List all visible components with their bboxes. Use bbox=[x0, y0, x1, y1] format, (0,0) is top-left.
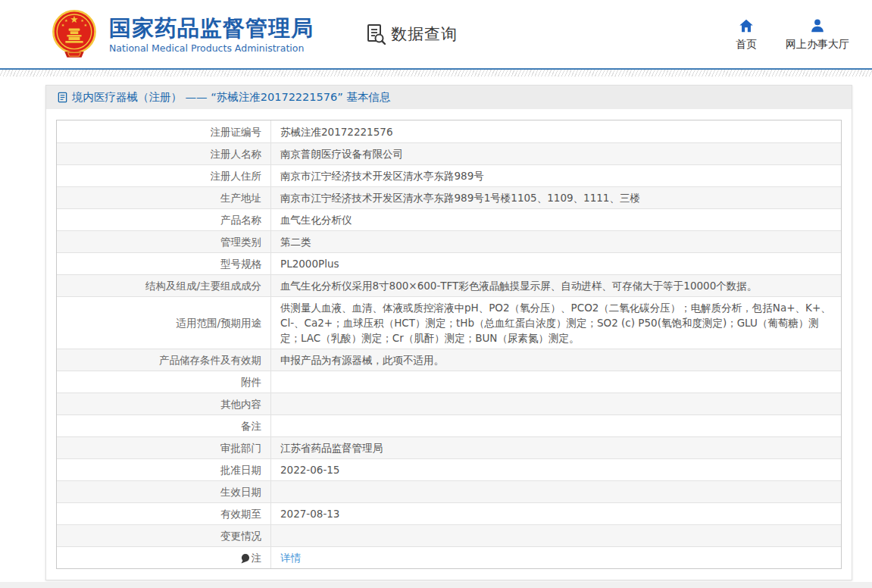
svg-text:★: ★ bbox=[64, 18, 68, 23]
table-row: 备注 bbox=[57, 414, 841, 436]
row-label-cell: 管理类别 bbox=[57, 231, 271, 252]
row-label: 备注 bbox=[241, 418, 261, 433]
data-query-label: 数据查询 bbox=[391, 23, 458, 45]
table-row: 生效日期 bbox=[57, 480, 841, 502]
row-value-cell bbox=[271, 481, 841, 502]
table-row: 注册人住所 南京市江宁经济技术开发区清水亭东路989号 bbox=[57, 164, 841, 186]
footer-strip bbox=[0, 582, 872, 588]
row-value-cell: 供测量人血液、血清、体液或质控溶液中pH、PO2（氧分压）、PCO2（二氧化碳分… bbox=[271, 297, 841, 349]
row-label: 产品名称 bbox=[220, 212, 261, 227]
row-value-cell: 血气生化分析仪采用8寸800×600-TFT彩色液晶触摸显示屏、自动进样、可存储… bbox=[271, 275, 841, 296]
row-value: 2027-08-13 bbox=[280, 506, 339, 521]
row-label-cell: 注册人住所 bbox=[57, 165, 271, 186]
row-label: 注册证编号 bbox=[211, 124, 262, 139]
row-value: 南京市江宁经济技术开发区清水亭东路989号1号楼1105、1109、1111、三… bbox=[280, 190, 640, 205]
row-label: 适用范围/预期用途 bbox=[176, 315, 261, 330]
row-value: 江苏省药品监督管理局 bbox=[280, 440, 383, 455]
row-label: 产品储存条件及有效期 bbox=[159, 352, 261, 368]
row-label-cell: 变更情况 bbox=[57, 525, 271, 546]
site-header: ★ ★ ★ ★ ★ 国家药品监督管理局 National Medical Pro… bbox=[0, 0, 872, 68]
row-label-cell: 生效日期 bbox=[57, 481, 271, 502]
brand-title: 国家药品监督管理局 bbox=[109, 15, 314, 41]
nav-home-label: 首页 bbox=[736, 38, 757, 52]
table-row: 附件 bbox=[57, 371, 841, 393]
row-label: 注册人名称 bbox=[211, 146, 262, 161]
brand-text: 国家药品监督管理局 National Medical Products Admi… bbox=[109, 15, 314, 54]
svg-text:★: ★ bbox=[80, 18, 84, 23]
home-icon bbox=[738, 17, 755, 34]
row-label-cell: 注 bbox=[57, 547, 271, 568]
row-label-cell: 注册证编号 bbox=[57, 120, 271, 142]
row-value-cell bbox=[271, 371, 841, 393]
row-value-cell: 江苏省药品监督管理局 bbox=[271, 437, 841, 458]
row-label: 注册人住所 bbox=[211, 168, 262, 183]
nav-service-hall[interactable]: 网上办事大厅 bbox=[786, 17, 849, 52]
row-label: 批准日期 bbox=[220, 462, 261, 477]
row-value-cell: 血气生化分析仪 bbox=[271, 209, 841, 230]
row-label: 变更情况 bbox=[220, 528, 261, 543]
row-label: 注 bbox=[252, 550, 262, 565]
row-label-cell: 产品储存条件及有效期 bbox=[57, 349, 271, 371]
row-label: 审批部门 bbox=[220, 440, 261, 455]
row-value: 供测量人血液、血清、体液或质控溶液中pH、PO2（氧分压）、PCO2（二氧化碳分… bbox=[280, 300, 832, 346]
row-value-cell: 南京普朗医疗设备有限公司 bbox=[271, 143, 841, 164]
content-panel: 境内医疗器械（注册） —— “苏械注准20172221576” 基本信息 注册证… bbox=[45, 85, 852, 580]
row-label-cell: 其他内容 bbox=[57, 393, 271, 414]
row-label-cell: 产品名称 bbox=[57, 209, 271, 230]
nav-home[interactable]: 首页 bbox=[736, 17, 757, 52]
nav-service-hall-label: 网上办事大厅 bbox=[786, 38, 849, 52]
detail-link[interactable]: 详情 bbox=[280, 550, 301, 565]
row-value-cell: 申报产品为有源器械，此项不适用。 bbox=[271, 349, 841, 371]
row-value: 血气生化分析仪 bbox=[280, 212, 352, 227]
row-label-cell: 审批部门 bbox=[57, 437, 271, 458]
row-value-cell: PL2000Plus bbox=[271, 253, 841, 274]
row-label-cell: 适用范围/预期用途 bbox=[57, 297, 271, 349]
table-row: 产品储存条件及有效期 申报产品为有源器械，此项不适用。 bbox=[57, 349, 841, 371]
info-table: 注册证编号 苏械注准20172221576 注册人名称 南京普朗医疗设备有限公司 bbox=[56, 120, 842, 569]
row-label: 其他内容 bbox=[220, 396, 261, 411]
row-label-cell: 批准日期 bbox=[57, 459, 271, 480]
row-value-cell bbox=[271, 525, 841, 546]
table-row: 变更情况 bbox=[57, 524, 841, 546]
table-row: 注册人名称 南京普朗医疗设备有限公司 bbox=[57, 142, 841, 164]
row-label-cell: 型号规格 bbox=[57, 253, 271, 274]
data-query-link[interactable]: 数据查询 bbox=[365, 23, 458, 45]
row-label: 生产地址 bbox=[220, 190, 261, 205]
row-label-cell: 结构及组成/主要组成成分 bbox=[57, 275, 271, 296]
user-icon bbox=[809, 17, 826, 34]
row-value: 苏械注准20172221576 bbox=[280, 124, 392, 139]
row-label: 管理类别 bbox=[220, 234, 261, 249]
row-label: 有效期至 bbox=[220, 506, 261, 521]
row-value-cell bbox=[271, 415, 841, 436]
table-row: 型号规格 PL2000Plus bbox=[57, 252, 841, 274]
table-row: 批准日期 2022-06-15 bbox=[57, 458, 841, 480]
top-nav: 首页 网上办事大厅 bbox=[736, 17, 849, 52]
document-search-icon bbox=[365, 23, 388, 45]
row-value: 第二类 bbox=[280, 234, 311, 249]
row-label: 附件 bbox=[241, 374, 261, 389]
table-row: 注 详情 bbox=[57, 546, 841, 568]
table-row: 注册证编号 苏械注准20172221576 bbox=[57, 120, 841, 142]
table-row: 管理类别 第二类 bbox=[57, 230, 841, 252]
row-value-cell: 苏械注准20172221576 bbox=[271, 120, 841, 142]
row-value-cell: 南京市江宁经济技术开发区清水亭东路989号 bbox=[271, 165, 841, 186]
row-label-cell: 备注 bbox=[57, 415, 271, 436]
svg-text:★: ★ bbox=[61, 23, 65, 27]
row-label-cell: 附件 bbox=[57, 371, 271, 393]
row-value-cell: 详情 bbox=[271, 547, 841, 568]
row-value: 南京普朗医疗设备有限公司 bbox=[280, 146, 403, 161]
row-label-cell: 生产地址 bbox=[57, 187, 271, 208]
note-balloon-icon bbox=[240, 552, 250, 563]
row-value-cell: 南京市江宁经济技术开发区清水亭东路989号1号楼1105、1109、1111、三… bbox=[271, 187, 841, 208]
page-title: 境内医疗器械（注册） —— “苏械注准20172221576” 基本信息 bbox=[72, 90, 390, 105]
row-label-cell: 有效期至 bbox=[57, 503, 271, 524]
row-label-cell: 注册人名称 bbox=[57, 143, 271, 164]
table-row: 适用范围/预期用途 供测量人血液、血清、体液或质控溶液中pH、PO2（氧分压）、… bbox=[57, 296, 841, 349]
row-value-cell: 第二类 bbox=[271, 231, 841, 252]
hatch-band bbox=[0, 70, 872, 77]
table-row: 其他内容 bbox=[57, 393, 841, 414]
row-value: PL2000Plus bbox=[280, 256, 339, 271]
national-emblem-logo: ★ ★ ★ ★ ★ bbox=[48, 8, 100, 61]
row-value: 申报产品为有源器械，此项不适用。 bbox=[280, 352, 444, 368]
document-icon bbox=[57, 92, 68, 103]
